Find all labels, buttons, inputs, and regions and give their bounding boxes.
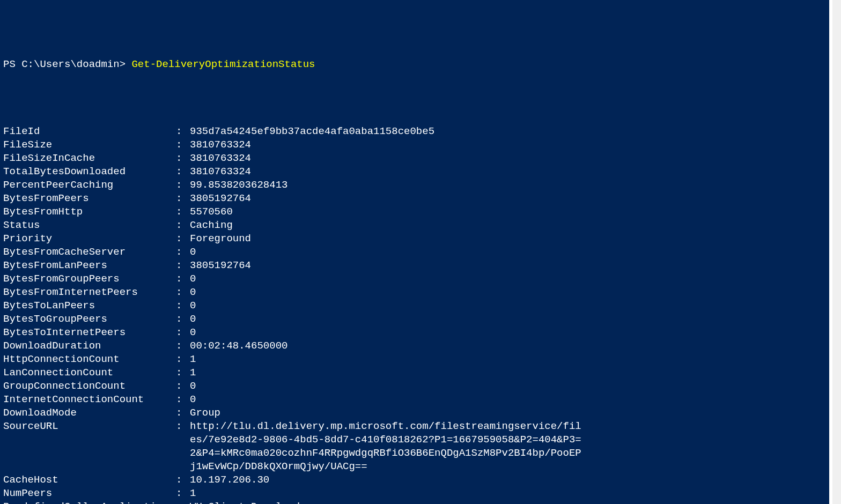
output-row: CacheHost: 10.197.206.30 (3, 473, 838, 487)
property-value: 0 (190, 246, 587, 259)
property-key: GroupConnectionCount (3, 380, 176, 393)
output-row: DownloadDuration: 00:02:48.4650000 (3, 339, 838, 353)
property-separator: : (176, 393, 190, 406)
property-separator: : (176, 380, 190, 393)
property-key: LanConnectionCount (3, 366, 176, 380)
output-row: FileSizeInCache: 3810763324 (3, 152, 838, 165)
property-separator: : (176, 406, 190, 420)
output-row: BytesToGroupPeers: 0 (3, 313, 838, 326)
property-value: Foreground (190, 232, 587, 246)
property-value: 3810763324 (190, 138, 587, 152)
property-key: HttpConnectionCount (3, 353, 176, 366)
property-value: 5570560 (190, 205, 587, 219)
property-value: 3805192764 (190, 192, 587, 205)
property-key: FileSizeInCache (3, 152, 176, 165)
output-row: BytesToLanPeers: 0 (3, 299, 838, 313)
output-row: BytesFromCacheServer: 0 (3, 246, 838, 259)
vertical-scrollbar[interactable] (832, 0, 841, 504)
property-key: BytesFromInternetPeers (3, 286, 176, 299)
property-separator: : (176, 420, 190, 473)
property-separator: : (176, 259, 190, 272)
property-value: 00:02:48.4650000 (190, 339, 587, 353)
property-value: 99.8538203628413 (190, 179, 587, 192)
property-key: BytesToInternetPeers (3, 326, 176, 339)
property-separator: : (176, 192, 190, 205)
property-key: Priority (3, 232, 176, 246)
property-separator: : (176, 299, 190, 313)
property-value: Caching (190, 219, 587, 232)
property-key: FileSize (3, 138, 176, 152)
property-separator: : (176, 219, 190, 232)
property-separator: : (176, 205, 190, 219)
property-key: Status (3, 219, 176, 232)
property-value: 1 (190, 487, 587, 500)
output-row: BytesFromLanPeers: 3805192764 (3, 259, 838, 272)
property-value: 0 (190, 272, 587, 286)
property-key: BytesFromGroupPeers (3, 272, 176, 286)
property-separator: : (176, 152, 190, 165)
output-row: DownloadMode: Group (3, 406, 838, 420)
output-row: BytesFromGroupPeers: 0 (3, 272, 838, 286)
property-value: Group (190, 406, 587, 420)
output-row: TotalBytesDownloaded: 3810763324 (3, 165, 838, 179)
property-value: 3805192764 (190, 259, 587, 272)
property-separator: : (176, 339, 190, 353)
property-key: BytesFromPeers (3, 192, 176, 205)
property-separator: : (176, 138, 190, 152)
property-key: DownloadMode (3, 406, 176, 420)
property-key: DownloadDuration (3, 339, 176, 353)
output-row: SourceURL: http://tlu.dl.delivery.mp.mic… (3, 420, 838, 473)
property-key: BytesToLanPeers (3, 299, 176, 313)
property-key: BytesFromLanPeers (3, 259, 176, 272)
property-key: TotalBytesDownloaded (3, 165, 176, 179)
property-separator: : (176, 313, 190, 326)
output-row: BytesToInternetPeers: 0 (3, 326, 838, 339)
property-key: BytesToGroupPeers (3, 313, 176, 326)
property-key: BytesFromHttp (3, 205, 176, 219)
output-row: FileSize: 3810763324 (3, 138, 838, 152)
output-row: HttpConnectionCount: 1 (3, 353, 838, 366)
property-key: FileId (3, 125, 176, 138)
property-key: SourceURL (3, 420, 176, 473)
command-prompt-line: PS C:\Users\doadmin> Get-DeliveryOptimiz… (3, 58, 838, 71)
output-row: Status: Caching (3, 219, 838, 232)
output-row: FileId: 935d7a54245ef9bb37acde4afa0aba11… (3, 125, 838, 138)
property-separator: : (176, 165, 190, 179)
property-value: 0 (190, 299, 587, 313)
output-row: BytesFromHttp: 5570560 (3, 205, 838, 219)
output-row: InternetConnectionCount: 0 (3, 393, 838, 406)
output-row: BytesFromInternetPeers: 0 (3, 286, 838, 299)
output-container: FileId: 935d7a54245ef9bb37acde4afa0aba11… (3, 125, 838, 504)
property-separator: : (176, 500, 190, 504)
property-separator: : (176, 473, 190, 487)
property-value: 3810763324 (190, 152, 587, 165)
property-value: 10.197.206.30 (190, 473, 587, 487)
property-separator: : (176, 487, 190, 500)
property-separator: : (176, 232, 190, 246)
output-row: BytesFromPeers: 3805192764 (3, 192, 838, 205)
property-key: PercentPeerCaching (3, 179, 176, 192)
property-key: CacheHost (3, 473, 176, 487)
property-key: BytesFromCacheServer (3, 246, 176, 259)
prompt-prefix: PS C:\Users\doadmin> (3, 58, 131, 70)
property-key: InternetConnectionCount (3, 393, 176, 406)
output-row: Priority: Foreground (3, 232, 838, 246)
property-value: 935d7a54245ef9bb37acde4afa0aba1158ce0be5 (190, 125, 587, 138)
output-row: NumPeers: 1 (3, 487, 838, 500)
property-separator: : (176, 353, 190, 366)
property-separator: : (176, 246, 190, 259)
property-value: 3810763324 (190, 165, 587, 179)
property-value: 0 (190, 393, 587, 406)
property-separator: : (176, 286, 190, 299)
output-row: LanConnectionCount: 1 (3, 366, 838, 380)
property-value: 0 (190, 313, 587, 326)
property-separator: : (176, 272, 190, 286)
property-separator: : (176, 366, 190, 380)
property-value: http://tlu.dl.delivery.mp.microsoft.com/… (190, 420, 587, 473)
property-separator: : (176, 326, 190, 339)
output-row: PercentPeerCaching: 99.8538203628413 (3, 179, 838, 192)
property-separator: : (176, 125, 190, 138)
property-value: 1 (190, 366, 587, 380)
property-separator: : (176, 179, 190, 192)
output-row: GroupConnectionCount: 0 (3, 380, 838, 393)
